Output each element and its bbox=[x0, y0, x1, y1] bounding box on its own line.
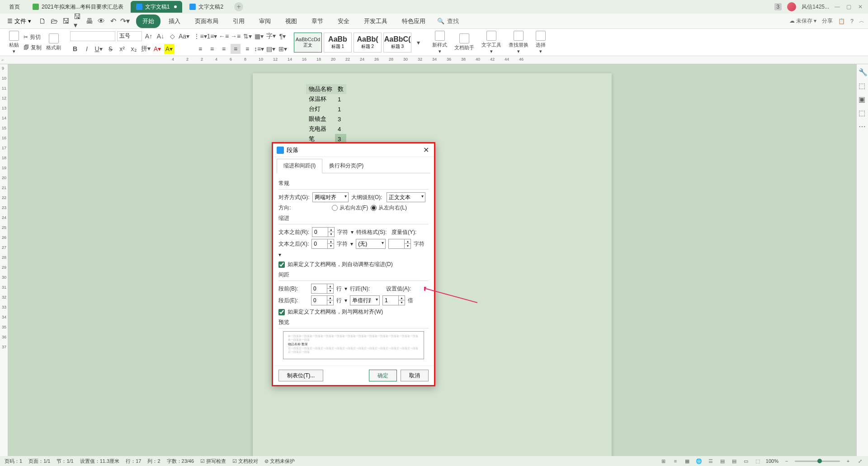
ltr-radio[interactable]: 从左向右(L) bbox=[371, 204, 407, 212]
sb-proof[interactable]: ☑ 文档校对 bbox=[232, 458, 258, 465]
zoom-out-icon[interactable]: − bbox=[783, 457, 790, 465]
special-select[interactable]: (无) bbox=[356, 239, 386, 249]
file-menu[interactable]: ☰ 文件 ▾ bbox=[4, 15, 35, 27]
font-name-select[interactable] bbox=[70, 31, 115, 41]
avatar[interactable] bbox=[787, 2, 796, 11]
ruler-horizontal[interactable]: ⌐ 42246810121416182022242628303234363840… bbox=[0, 56, 868, 64]
save-icon[interactable]: 🖫 bbox=[62, 17, 70, 25]
auto-indent-checkbox[interactable]: 如果定义了文档网格，则自动调整右缩进(D) bbox=[278, 261, 429, 268]
cut-button[interactable]: ✂ 剪切 bbox=[24, 33, 42, 41]
mode-icon[interactable]: ▦ bbox=[684, 457, 691, 465]
show-marks-icon[interactable]: ¶▾ bbox=[278, 31, 288, 41]
set-value-spinner[interactable]: ▲▼ bbox=[382, 295, 405, 305]
new-style-button[interactable]: 新样式▾ bbox=[429, 29, 450, 56]
ruler-vertical[interactable]: 9101112131415161718192021222324252627282… bbox=[0, 64, 8, 456]
tab-home[interactable]: 首页 bbox=[4, 1, 25, 13]
mode-icon[interactable]: ≡ bbox=[672, 457, 679, 465]
ruby-icon[interactable]: 字▾ bbox=[266, 31, 276, 41]
menu-references[interactable]: 引用 bbox=[226, 14, 251, 28]
sb-words[interactable]: 字数：23/46 bbox=[167, 458, 194, 465]
italic-icon[interactable]: I bbox=[82, 44, 92, 54]
subscript-icon[interactable]: x₂ bbox=[129, 44, 139, 54]
menu-security[interactable]: 安全 bbox=[331, 14, 356, 28]
before-para-spinner[interactable]: ▲▼ bbox=[311, 284, 334, 294]
style-box-h2[interactable]: AaBb(标题 2 bbox=[354, 33, 382, 52]
tab-doc2[interactable]: 文字文稿2 bbox=[184, 1, 229, 13]
table-header[interactable]: 数 bbox=[335, 84, 346, 94]
menu-insert[interactable]: 插入 bbox=[162, 14, 187, 28]
zoom-in-icon[interactable]: + bbox=[844, 457, 852, 465]
align-justify-icon[interactable]: ≡ bbox=[231, 44, 241, 54]
search-box[interactable]: 🔍 查找 bbox=[437, 17, 459, 25]
clear-format-icon[interactable]: ◇ bbox=[167, 31, 177, 41]
ok-button[interactable]: 确定 bbox=[369, 370, 397, 381]
after-para-spinner[interactable]: ▲▼ bbox=[311, 295, 334, 305]
mode-icon[interactable]: ☰ bbox=[707, 457, 714, 465]
menu-special[interactable]: 特色应用 bbox=[396, 14, 432, 28]
highlight-icon[interactable]: A▾ bbox=[164, 44, 174, 54]
dialog-close-button[interactable]: ✕ bbox=[421, 146, 430, 155]
tab-add-button[interactable]: + bbox=[234, 2, 243, 11]
tab-doc1[interactable]: 文字文稿1 bbox=[131, 1, 183, 13]
indent-inc-icon[interactable]: →≡ bbox=[231, 31, 241, 41]
tool-icon[interactable]: ▣ bbox=[859, 95, 867, 103]
share-button[interactable]: 分享 bbox=[822, 17, 833, 25]
numbering-icon[interactable]: 1≡▾ bbox=[207, 31, 217, 41]
line-spacing-icon[interactable]: ↕≡▾ bbox=[254, 44, 264, 54]
case-icon[interactable]: Aa▾ bbox=[179, 31, 189, 41]
calendar-icon[interactable]: 📋 bbox=[838, 18, 845, 24]
style-box-h1[interactable]: AaBb标题 1 bbox=[324, 33, 352, 52]
after-text-spinner[interactable]: ▲▼ bbox=[311, 239, 334, 249]
doc-helper-button[interactable]: 文档助手 bbox=[452, 29, 477, 56]
align-select[interactable]: 两端对齐 bbox=[312, 192, 349, 202]
print-icon[interactable]: 🖶 bbox=[85, 17, 94, 25]
sb-section[interactable]: 节：1/1 bbox=[57, 458, 73, 465]
before-text-spinner[interactable]: ▲▼ bbox=[312, 227, 335, 237]
indent-dec-icon[interactable]: ←≡ bbox=[219, 31, 229, 41]
style-more-icon[interactable]: ▾ bbox=[413, 38, 423, 48]
borders-icon[interactable]: ▦▾ bbox=[254, 31, 264, 41]
menu-review[interactable]: 审阅 bbox=[253, 14, 277, 28]
format-painter-button[interactable]: 格式刷 bbox=[43, 29, 64, 56]
table-header[interactable]: 物品名称 bbox=[306, 84, 335, 94]
tab-line-page-break[interactable]: 换行和分页(P) bbox=[322, 159, 370, 173]
strike-icon[interactable]: S̶ bbox=[105, 44, 115, 54]
font-size-select[interactable] bbox=[117, 31, 142, 41]
tool-icon[interactable]: ⋯ bbox=[859, 122, 867, 130]
document-content[interactable]: 物品名称数 保温杯1 台灯1 眼镜盒3 充电器4 笔3 bbox=[306, 84, 346, 144]
paste-button[interactable]: 粘贴▾ bbox=[6, 29, 22, 56]
print-preview-icon[interactable]: 👁 bbox=[97, 17, 105, 25]
align-center-icon[interactable]: ≡ bbox=[207, 44, 217, 54]
unit-char[interactable]: 字符 bbox=[414, 240, 425, 248]
view-web-icon[interactable]: ▤ bbox=[731, 457, 738, 465]
superscript-icon[interactable]: x² bbox=[117, 44, 127, 54]
tool-icon[interactable]: ⬚ bbox=[859, 109, 867, 117]
menu-start[interactable]: 开始 bbox=[136, 14, 160, 28]
redo-icon[interactable]: ↷▾ bbox=[121, 17, 129, 25]
close-icon[interactable]: ✕ bbox=[858, 4, 864, 10]
align-right-icon[interactable]: ≡ bbox=[219, 44, 229, 54]
open-icon[interactable]: 🗁 bbox=[50, 17, 58, 25]
new-icon[interactable]: 🗋 bbox=[38, 17, 47, 25]
zoom-slider[interactable] bbox=[795, 461, 840, 462]
collapse-ribbon-icon[interactable]: ︿ bbox=[859, 17, 864, 25]
menu-page-layout[interactable]: 页面布局 bbox=[189, 14, 225, 28]
view-print-icon[interactable]: ▤ bbox=[719, 457, 726, 465]
select-button[interactable]: 选择▾ bbox=[533, 29, 548, 56]
cancel-button[interactable]: 取消 bbox=[401, 370, 429, 381]
rtl-radio[interactable]: 从右向左(F) bbox=[332, 204, 368, 212]
help-icon[interactable]: ? bbox=[850, 18, 854, 24]
border-icon[interactable]: ⊞▾ bbox=[278, 44, 288, 54]
align-dist-icon[interactable]: ≡ bbox=[242, 44, 252, 54]
unit-line[interactable]: 行 bbox=[336, 285, 342, 293]
dialog-titlebar[interactable]: 段落 ✕ bbox=[273, 143, 434, 157]
username-label[interactable]: 风信1425... bbox=[802, 3, 829, 11]
menu-view[interactable]: 视图 bbox=[279, 14, 303, 28]
minimize-icon[interactable]: — bbox=[835, 4, 841, 10]
mode-icon[interactable]: 🌐 bbox=[695, 457, 703, 465]
sb-page[interactable]: 页面：1/1 bbox=[28, 458, 50, 465]
bullets-icon[interactable]: ⋮≡▾ bbox=[195, 31, 205, 41]
tab-spreadsheet[interactable]: 2021年拟来湘...考科目要求汇总表 bbox=[27, 1, 129, 13]
style-box-h3[interactable]: AaBbC(标题 3 bbox=[383, 33, 411, 52]
notification-badge[interactable]: 3 bbox=[774, 3, 782, 10]
